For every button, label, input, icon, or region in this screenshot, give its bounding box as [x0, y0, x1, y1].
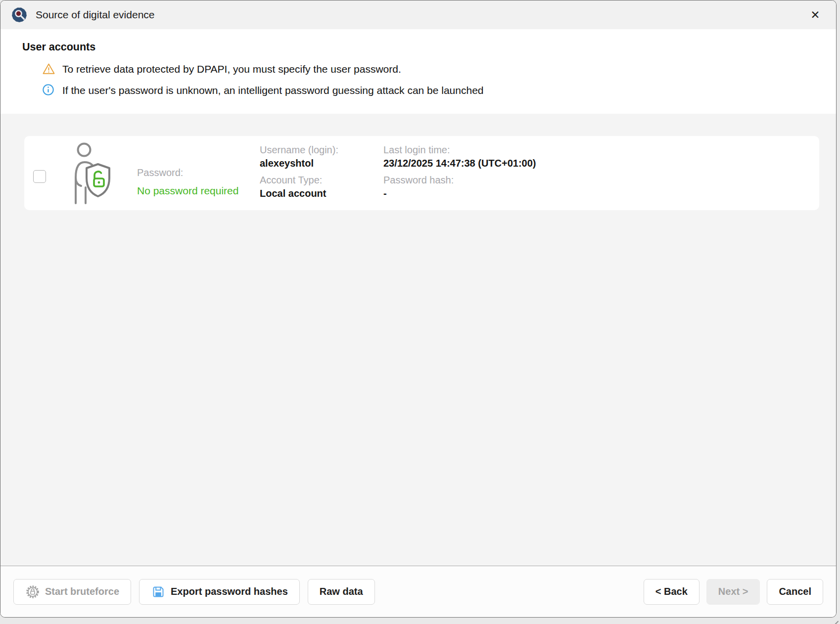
- password-hash-value: -: [383, 187, 819, 199]
- raw-data-label: Raw data: [320, 586, 363, 597]
- account-checkbox[interactable]: [33, 170, 46, 183]
- warning-row: To retrieve data protected by DPAPI, you…: [42, 62, 814, 76]
- user-account-card[interactable]: Password: No password required Username …: [24, 136, 819, 210]
- footer-left-buttons: Start bruteforce Export password hashes …: [13, 579, 375, 605]
- account-type-value: Local account: [260, 187, 383, 199]
- gear-lock-icon: [25, 584, 40, 599]
- start-bruteforce-label: Start bruteforce: [45, 586, 119, 597]
- info-text: If the user's password is unknown, an in…: [62, 85, 484, 96]
- password-hash-field: Password hash: -: [383, 174, 819, 199]
- footer-bar: Start bruteforce Export password hashes …: [0, 566, 836, 617]
- footer-right-buttons: < Back Next > Cancel: [644, 579, 823, 605]
- app-magnifier-icon: [11, 7, 27, 23]
- back-label: < Back: [655, 586, 688, 597]
- last-login-value: 23/12/2025 14:47:38 (UTC+01:00): [383, 157, 819, 169]
- password-hash-label: Password hash:: [383, 174, 819, 186]
- last-login-field: Last login time: 23/12/2025 14:47:38 (UT…: [383, 144, 819, 169]
- close-button[interactable]: ✕: [805, 5, 825, 25]
- export-password-hashes-label: Export password hashes: [171, 586, 288, 597]
- raw-data-button[interactable]: Raw data: [308, 579, 375, 605]
- next-label: Next >: [718, 586, 748, 597]
- password-column: Password: No password required: [137, 136, 260, 210]
- back-button[interactable]: < Back: [644, 579, 700, 605]
- warning-text: To retrieve data protected by DPAPI, you…: [62, 63, 401, 75]
- username-value: alexeyshtol: [260, 157, 383, 169]
- export-password-hashes-button[interactable]: Export password hashes: [139, 579, 300, 605]
- account-type-label: Account Type:: [260, 174, 383, 186]
- info-icon: [42, 84, 55, 97]
- account-info-column-2: Last login time: 23/12/2025 14:47:38 (UT…: [383, 136, 819, 210]
- account-info-column-1: Username (login): alexeyshtol Account Ty…: [260, 136, 383, 210]
- username-field: Username (login): alexeyshtol: [260, 144, 383, 169]
- title-bar: Source of digital evidence ✕: [0, 0, 836, 29]
- user-shield-icon: [71, 142, 111, 204]
- password-label: Password:: [137, 167, 260, 178]
- password-status: No password required: [137, 185, 260, 197]
- username-label: Username (login):: [260, 144, 383, 156]
- dialog-window: Source of digital evidence ✕ User accoun…: [0, 0, 837, 618]
- resize-grip[interactable]: [831, 614, 839, 621]
- save-icon: [151, 584, 166, 599]
- cancel-label: Cancel: [779, 586, 811, 597]
- window-title: Source of digital evidence: [36, 9, 155, 21]
- page-title: User accounts: [22, 41, 814, 53]
- content-area: Password: No password required Username …: [0, 114, 836, 566]
- cancel-button[interactable]: Cancel: [767, 579, 823, 605]
- next-button[interactable]: Next >: [706, 579, 760, 605]
- close-icon: ✕: [810, 8, 820, 22]
- header-section: User accounts To retrieve data protected…: [0, 29, 836, 114]
- last-login-label: Last login time:: [383, 144, 819, 156]
- account-type-field: Account Type: Local account: [260, 174, 383, 199]
- start-bruteforce-button[interactable]: Start bruteforce: [13, 579, 131, 605]
- warning-icon: [42, 62, 55, 76]
- info-row: If the user's password is unknown, an in…: [42, 84, 814, 97]
